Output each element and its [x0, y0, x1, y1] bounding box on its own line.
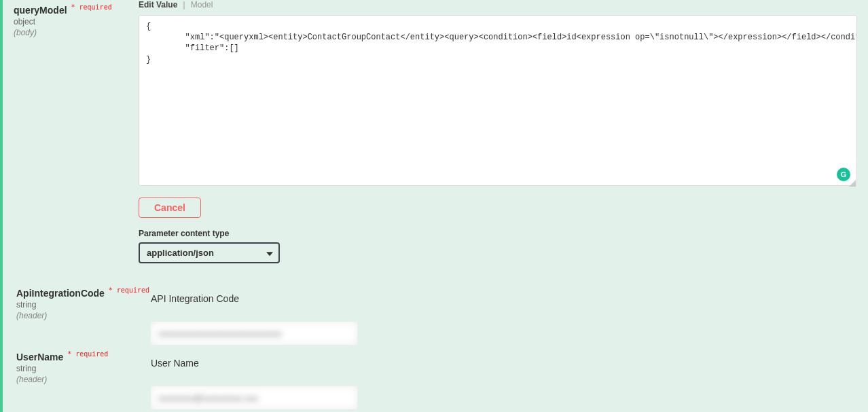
- tab-edit-value[interactable]: Edit Value: [139, 0, 183, 10]
- content-type-label: Parameter content type: [139, 229, 857, 238]
- field-label: User Name: [151, 358, 357, 369]
- param-type: string: [16, 364, 108, 373]
- api-integration-code-input[interactable]: [151, 322, 357, 345]
- param-in: (header): [16, 375, 108, 384]
- required-marker: required: [67, 350, 108, 358]
- param-type: string: [16, 300, 149, 310]
- body-editor-textarea[interactable]: [139, 15, 857, 186]
- grammarly-icon[interactable]: G: [837, 168, 850, 181]
- param-apiintegrationcode: ApiIntegrationCode required string (head…: [16, 286, 149, 320]
- param-username: UserName required string (header): [16, 350, 108, 384]
- cancel-button[interactable]: Cancel: [139, 198, 201, 218]
- param-querymodel: queryModel required object (body): [14, 3, 139, 37]
- content-type-select-wrap: application/json: [139, 242, 280, 263]
- api-integration-code-field: API Integration Code: [151, 293, 357, 345]
- resize-handle-icon[interactable]: [849, 180, 856, 187]
- param-in: (header): [16, 311, 149, 320]
- editor-tabs: Edit Value|Model: [139, 0, 857, 10]
- username-input[interactable]: [151, 386, 357, 409]
- required-marker: required: [71, 3, 111, 11]
- username-field: User Name: [151, 358, 357, 409]
- param-type: object: [14, 17, 139, 26]
- content-type-select[interactable]: application/json: [139, 242, 280, 263]
- param-name: queryModel: [14, 5, 67, 16]
- field-label: API Integration Code: [151, 293, 357, 304]
- tab-model[interactable]: Model: [191, 0, 219, 10]
- param-name: UserName: [16, 352, 63, 362]
- param-name: ApiIntegrationCode: [16, 288, 105, 299]
- param-in: (body): [14, 28, 139, 37]
- body-editor-wrap: G: [139, 15, 857, 188]
- required-marker: required: [109, 286, 149, 294]
